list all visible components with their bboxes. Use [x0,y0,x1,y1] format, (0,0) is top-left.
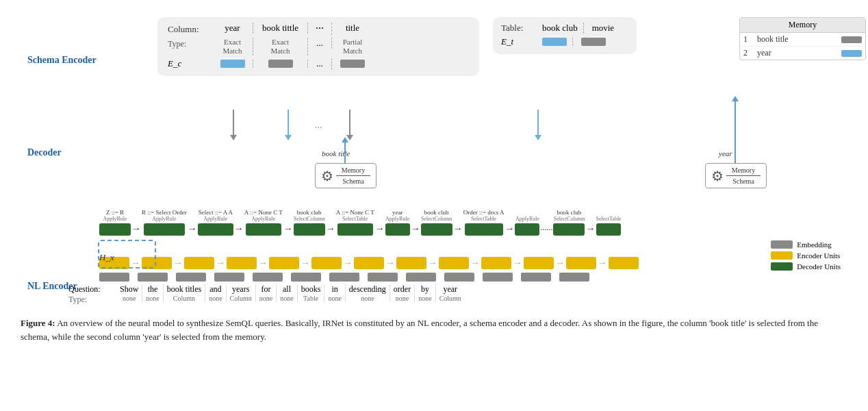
dec-token-5: A ::= None C T SelectTable [336,209,374,236]
embed-bar-movie [581,38,606,46]
diagram: Schema Encoder Column: year book tittle … [21,14,847,308]
legend: Embedding Encoder Units Decoder Units [771,240,841,271]
nl-word-for: for none [256,284,277,302]
schema-encoder-box: Column: year book tittle ··· title Type:… [157,17,479,76]
column-label: Column: [168,23,212,35]
dec-token-11: SelectTable [596,216,621,236]
book-title-label: book title [322,149,350,158]
type-label: Type: [168,38,212,49]
table-movie-embed [576,38,611,46]
embed-bar-bookclub [542,38,567,46]
memory-row-1: 1 book title [740,33,865,47]
arrow-year-up [735,96,736,163]
question-row: Question: Type: Show none the none book … [68,284,465,305]
dec-token-6: year ApplyRule [385,209,410,236]
memory-row-2: 2 year [740,47,865,60]
embedding-row [99,273,589,282]
arrow-schema-down-right [349,110,350,140]
dec-token-2: Select ::= A A ApplyRule [198,209,233,236]
switch-box-left: ⚙ Memory Schema [315,163,376,188]
ec-label: E_c [168,58,212,69]
nl-word-by: by none [415,284,435,302]
switch-box-right: ⚙ Memory Schema [705,163,767,188]
dec-token-9: ApplyRule [515,216,539,236]
table-bookclub-embed [537,38,573,46]
year-label: year [719,149,732,158]
table-bookclub: book club [537,23,584,34]
schema-col-year: year [212,23,253,34]
embed-booktittle [253,60,308,68]
decoder-label: Decoder [27,147,62,158]
hx-dashed-box [98,240,156,269]
embed-bar-title [340,60,365,68]
decoder-token-row: Z ::= R ApplyRule → R ::= Select Order A… [99,209,622,236]
dec-token-10: book club SelectColumn [553,209,585,236]
arrow-table-down [537,110,539,140]
schema-col-title: title [332,23,373,34]
nl-word-and: and none [205,284,226,302]
type-title: PartialMatch [332,38,373,55]
arrow-booktitle-up [344,137,346,163]
table-label: Table: [501,23,534,34]
col-booktittle-name: book tittle [262,23,298,34]
type-booktittle: ExactMatch [253,38,308,55]
arrow-schema-down-mid [288,110,289,140]
dec-token-3: A ::= None C T ApplyRule [244,209,283,236]
question-label: Question: [68,284,114,295]
dec-token-7: book club SelectColumn [421,209,452,236]
table-movie: movie [587,23,620,34]
legend-encoder: Encoder Units [771,251,841,260]
nl-word-order: order none [390,284,415,302]
nl-word-booktitles: book titles Column [164,284,205,302]
legend-embedding: Embedding [771,240,841,249]
caption: Figure 4: An overview of the neural mode… [21,316,847,343]
schema-encoder-label: Schema Encoder [27,55,97,66]
embed-dots: ... [308,58,332,69]
fig-num: Figure 4: [21,318,55,328]
arrow-schema-down-left [233,110,234,140]
encoder-units-row: → → → → → → → → → → → → [99,257,639,269]
dec-token-4: book club SelectColumn [294,209,325,236]
nl-word-show: Show none [116,284,142,302]
embed-bar-year [220,60,245,68]
dec-token-8: Order ::= decs A SelectTable [463,209,505,236]
memory-embed-2 [841,50,862,57]
nl-word-year: year Column [436,284,465,302]
memory-box: Memory 1 book title 2 year [739,17,866,60]
type-label-nl: Type: [68,295,114,305]
nl-word-all: all none [277,284,297,302]
dots-between: ... [315,120,322,131]
embed-year [212,60,253,68]
col-title-name: title [346,23,359,34]
nl-word-descending: descending none [346,284,390,302]
embed-title [332,60,373,68]
dec-token-1: R ::= Select Order ApplyRule [142,209,187,236]
memory-header: Memory [740,18,865,33]
et-label: E_t [501,36,534,47]
dec-token-0: Z ::= R ApplyRule [99,209,131,236]
schema-col-dots: ··· [308,23,332,35]
schema-col-booktittle: book tittle [253,23,308,34]
type-year: ExactMatch [212,38,253,55]
memory-embed-1 [841,36,862,43]
type-dots: ... [308,38,332,49]
embed-bar-booktittle [268,60,293,68]
table-section: Table: book club movie E_t [493,17,637,54]
caption-text: An overview of the neural model to synth… [21,318,818,342]
nl-word-the: the none [142,284,163,302]
nl-word-in: in none [324,284,345,302]
legend-decoder: Decoder Units [771,262,841,271]
nl-word-books: books Table [298,284,325,302]
col-year-name: year [225,23,240,34]
nl-word-years: years Column [227,284,256,302]
